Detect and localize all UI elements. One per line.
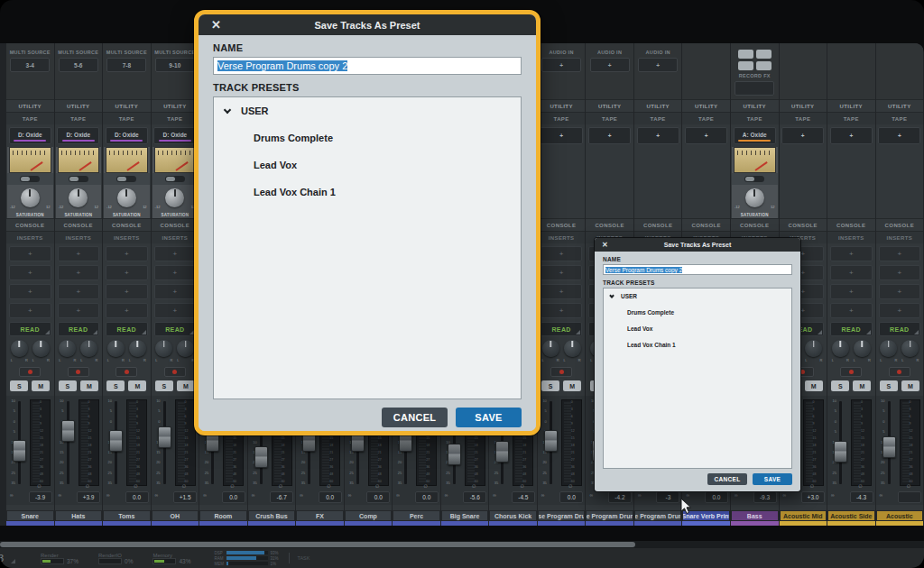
record-arm-button[interactable]	[68, 367, 89, 377]
track-name-label[interactable]: Acoustic Side	[827, 510, 875, 521]
tree-group-user[interactable]: USER	[214, 97, 521, 124]
solo-button[interactable]: S	[59, 380, 77, 391]
inserts-band[interactable]: INSERTS	[827, 231, 875, 243]
tape-insert-slot[interactable]: D: Oxide	[57, 127, 99, 144]
utility-band[interactable]: UTILITY	[634, 99, 682, 112]
audio-in-add-button[interactable]: +	[541, 58, 581, 72]
track-name-label[interactable]: Verse Program Drums	[538, 510, 586, 521]
tape-toggle-switch[interactable]	[69, 176, 88, 182]
inserts-band[interactable]: INSERTS	[55, 231, 103, 243]
fader-value[interactable]: -4.5	[512, 491, 535, 503]
saturation-knob[interactable]	[117, 188, 136, 207]
tape-insert-slot[interactable]: +	[588, 127, 631, 144]
insert-add-slot[interactable]: +	[106, 265, 148, 280]
io-channel-button[interactable]: 3-4	[10, 58, 50, 72]
insert-add-slot[interactable]: +	[830, 284, 873, 299]
insert-add-slot[interactable]: +	[9, 284, 51, 299]
saturation-knob[interactable]	[165, 188, 184, 207]
pan-left-knob[interactable]: LR	[155, 340, 172, 357]
insert-add-slot[interactable]: +	[154, 284, 197, 299]
inserts-band[interactable]: INSERTS	[876, 231, 924, 243]
automation-read-button[interactable]: READ	[9, 322, 51, 336]
pan-left-knob[interactable]: LR	[107, 340, 125, 357]
insert-add-slot[interactable]: +	[9, 246, 51, 261]
utility-band[interactable]: UTILITY	[682, 99, 730, 112]
insert-add-slot[interactable]: +	[106, 284, 148, 299]
console-band[interactable]: CONSOLE	[538, 218, 586, 231]
insert-add-slot[interactable]: +	[106, 246, 148, 261]
tree-item[interactable]: Drums Complete	[214, 124, 521, 151]
pan-right-knob[interactable]: LR	[854, 340, 871, 357]
insert-add-slot[interactable]: +	[9, 303, 51, 318]
tape-band[interactable]: TAPE	[731, 112, 779, 124]
fader-value[interactable]: -4.2	[608, 491, 632, 503]
record-arm-button[interactable]	[164, 367, 186, 377]
tape-insert-slot[interactable]: +	[540, 127, 582, 144]
save-button[interactable]: SAVE	[456, 408, 522, 427]
horizontal-scrollbar[interactable]	[0, 541, 924, 548]
tree-group-user[interactable]: USER	[604, 289, 791, 304]
fader-value[interactable]: 0.0	[319, 491, 342, 503]
pan-left-knob[interactable]: LR	[880, 340, 897, 357]
record-fx-button[interactable]	[756, 50, 772, 59]
fader-cap[interactable]	[158, 426, 171, 448]
tape-band[interactable]: TAPE	[586, 112, 633, 124]
cancel-button[interactable]: CANCEL	[707, 473, 747, 485]
record-fx-buttons[interactable]	[738, 50, 772, 70]
fader-cap[interactable]	[448, 444, 461, 465]
fader-cap[interactable]	[254, 446, 268, 468]
insert-add-slot[interactable]: +	[154, 303, 197, 318]
record-fx-button[interactable]	[738, 61, 753, 70]
tree-item[interactable]: Lead Vox Chain 1	[604, 336, 791, 353]
solo-button[interactable]: S	[106, 380, 125, 391]
console-band[interactable]: CONSOLE	[780, 218, 827, 231]
fader-cap[interactable]	[495, 441, 509, 463]
track-name-label[interactable]: Room	[199, 510, 247, 521]
tape-band[interactable]: TAPE	[827, 112, 875, 124]
fader-value[interactable]: 0.0	[125, 491, 149, 503]
automation-read-button[interactable]: READ	[879, 322, 921, 336]
utility-band[interactable]: UTILITY	[538, 99, 586, 112]
pan-left-knob[interactable]: LR	[59, 340, 76, 357]
chevron-down-icon[interactable]	[224, 105, 231, 113]
fader-cap[interactable]	[13, 440, 26, 462]
utility-band[interactable]: UTILITY	[152, 99, 199, 112]
tape-insert-slot[interactable]: +	[830, 127, 873, 144]
fader-value[interactable]: +3.0	[801, 491, 825, 503]
insert-add-slot[interactable]: +	[541, 246, 583, 261]
fader-value[interactable]: 0.0	[366, 491, 390, 503]
utility-band[interactable]: UTILITY	[876, 99, 924, 112]
close-icon[interactable]: ✕	[211, 18, 221, 32]
saturation-knob[interactable]	[69, 188, 88, 207]
close-icon[interactable]: ✕	[602, 241, 608, 249]
pan-right-knob[interactable]: LR	[805, 340, 822, 357]
io-channel-button[interactable]: 5-6	[59, 58, 98, 72]
audio-in-add-button[interactable]: +	[638, 58, 678, 72]
pan-right-knob[interactable]: LR	[564, 340, 581, 357]
pan-right-knob[interactable]: LR	[80, 340, 97, 357]
fader-value[interactable]: 0.0	[705, 491, 728, 503]
utility-band[interactable]: UTILITY	[55, 99, 103, 112]
fader-value[interactable]: -5.6	[463, 491, 486, 503]
insert-add-slot[interactable]: +	[154, 265, 197, 280]
fader-cap[interactable]	[61, 420, 75, 442]
tape-band[interactable]: TAPE	[538, 112, 586, 124]
cancel-button[interactable]: CANCEL	[382, 408, 448, 427]
track-name-label[interactable]: Bass	[731, 510, 779, 521]
tape-insert-slot[interactable]: +	[685, 127, 727, 144]
tape-insert-slot[interactable]: +	[781, 127, 824, 144]
mute-button[interactable]: M	[177, 380, 195, 391]
tape-insert-slot[interactable]: A: Oxide	[734, 127, 776, 144]
record-arm-button[interactable]	[889, 367, 910, 377]
record-arm-button[interactable]	[840, 367, 862, 377]
tape-toggle-switch[interactable]	[20, 176, 40, 182]
tape-band[interactable]: TAPE	[55, 112, 103, 124]
tape-insert-slot[interactable]: D: Oxide	[153, 127, 196, 144]
io-channel-button[interactable]: 9-10	[155, 58, 195, 72]
pan-right-knob[interactable]: LR	[32, 340, 50, 357]
insert-add-slot[interactable]: +	[830, 265, 873, 280]
tape-insert-slot[interactable]: D: Oxide	[9, 127, 51, 144]
insert-add-slot[interactable]: +	[541, 303, 583, 318]
solo-button[interactable]: S	[155, 380, 173, 391]
fader-value[interactable]: -6.7	[270, 491, 293, 503]
